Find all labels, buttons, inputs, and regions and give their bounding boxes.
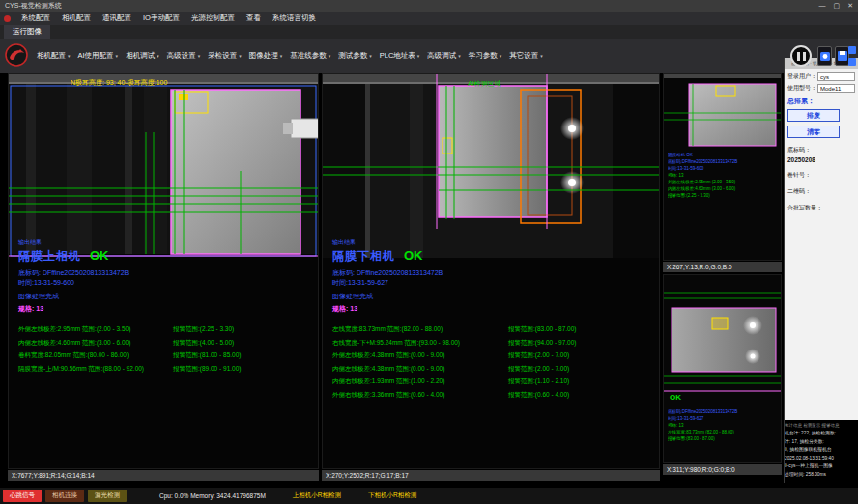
tool-learning-params[interactable]: 学习参数▾	[465, 48, 506, 64]
tool-camera-config[interactable]: 相机配置▾	[33, 48, 74, 64]
spec-text: 规格: 13	[332, 304, 653, 314]
save-icon	[837, 49, 848, 63]
statistics-line: 0, 抽检图像联机报机台	[785, 446, 858, 455]
statistics-panel: 统计信息 检测显示 报警信息 机台计: 222, 抽检检测数: 计: 17, 抽…	[785, 423, 858, 481]
alarm-range-text: 报警范围:(94.00 - 97.00)	[508, 336, 576, 350]
model-field[interactable]: Mode11	[817, 84, 855, 93]
status-ok-badge: OK	[404, 248, 423, 263]
menu-light-control-config[interactable]: 光源控制配置	[186, 14, 241, 23]
pause-icon	[797, 52, 800, 61]
minimize-button[interactable]: —	[819, 2, 826, 10]
menu-camera-config[interactable]: 相机配置	[56, 14, 97, 23]
alarm-range-text: 报警范围:(2.00 - 7.00)	[508, 362, 569, 376]
small-view-line: 规格: 13	[668, 422, 779, 429]
tool-advanced-settings[interactable]: 高级设置▾	[163, 48, 205, 64]
login-user-field[interactable]: cys	[817, 72, 855, 81]
left-pixel-coordinate-bar: X:7677;Y:891;R:14;G:14;B:14	[8, 470, 319, 481]
menu-comm-config[interactable]: 通讯配置	[97, 14, 137, 23]
heartbeat-indicator-button[interactable]: 心跳信号	[3, 490, 42, 502]
measurement-row: 内侧左线极差:4.38mm 范围:(0.00 - 9.00)报警范围:(2.00…	[332, 362, 653, 376]
chevron-down-icon: ▾	[280, 53, 283, 59]
tool-test-params[interactable]: 测试参数▾	[334, 48, 376, 64]
tool-other-settings[interactable]: 其它设置▾	[505, 48, 547, 64]
alarm-range-text: 报警范围:(89.00 - 91.00)	[173, 362, 241, 376]
tab-run-image[interactable]: 运行图像	[4, 25, 50, 39]
alarm-range-text: 报警范围:(2.00 - 7.00)	[508, 349, 569, 362]
clear-button[interactable]: 清零	[787, 126, 840, 138]
alarm-range-text: 报警范围:(4.00 - 5.00)	[173, 336, 234, 350]
measurement-row: 卷料宽度:82.05mm 范围:(80.00 - 86.00)报警范围:(81.…	[18, 349, 312, 362]
light-leak-indicator[interactable]: 漏光检测	[88, 490, 127, 502]
measurement-text: 内侧左线极差:4.38mm 范围:(0.00 - 9.00)	[332, 362, 508, 376]
camera-label: 隔膜上相机	[18, 248, 81, 265]
barcode-text: 底标码: DFffine2025020813313472B	[18, 268, 312, 278]
menu-language-switch[interactable]: 系统语言切换	[267, 14, 322, 23]
barcode-text: 底标码: DFffine2025020813313472B	[332, 268, 653, 278]
small-view-line: 外侧左线极差:2.95mm (2.00 - 3.50)	[668, 179, 779, 185]
statusbar: 心跳信号 相机连接 漏光检测 Cpu: 0.0% Memory: 3424.41…	[0, 488, 858, 504]
measurement-text: 隔膜宽度-上/M:90.56mm 范围:(88.00 - 92.00)	[18, 362, 173, 376]
small-bottom-pixel-coordinate-bar: X:311;Y:980;R:0;G:0;B:0	[663, 464, 782, 475]
tool-plc-address-table[interactable]: PLC地址表▾	[376, 48, 424, 64]
small-view-text-lines: 底标码:DFffine2025020813313472B 时间:13-31-59…	[668, 408, 779, 442]
chevron-down-icon: ▾	[68, 53, 71, 59]
status-ok-badge: OK	[670, 393, 681, 402]
tool-image-processing[interactable]: 图像处理▾	[245, 48, 287, 64]
small-camera-view-bottom[interactable]: OK 底标码:DFffine2025020813313472B 时间:13-31…	[663, 274, 782, 463]
left-result-block: 输出结果 隔膜上相机 OK 底标码: DFffine20250208133134…	[18, 238, 312, 375]
chevron-down-icon: ▾	[500, 53, 502, 59]
reject-button[interactable]: 排废	[787, 109, 840, 122]
small-camera-view-top[interactable]: 隔膜相机 OK 底标码:DFffine2025020813313472B 时间:…	[663, 73, 782, 261]
panel-toggle-icon-top[interactable]	[848, 46, 856, 54]
pause-icon	[803, 52, 806, 61]
small-view-line: 时间:13-31-59-627	[668, 415, 779, 422]
image-save-icon-button[interactable]	[835, 46, 849, 66]
left-camera-view[interactable]: N极耳高度: 93; 40-极耳高度:100 输出结果 隔膜上相机 OK 底标码…	[8, 73, 319, 469]
barcode-value: 20250208	[787, 156, 855, 163]
small-view-line: 隔膜相机 OK	[668, 152, 779, 158]
panel-toggle-icon-bottom[interactable]	[848, 58, 856, 66]
statistics-line: 计: 17, 抽检分类数:	[785, 438, 858, 447]
alarm-range-text: 报警范围:(1.10 - 2.10)	[508, 375, 569, 388]
alarm-range-text: 报警范围:(2.25 - 3.30)	[173, 322, 234, 336]
menu-system-config[interactable]: 系统配置	[15, 14, 56, 23]
measurement-row: 左线宽度:83.73mm 范围:(82.00 - 88.00)报警范围:(83.…	[332, 322, 653, 336]
menu-view[interactable]: 查看	[241, 14, 267, 23]
small-view-line: 报警范围:(2.25 - 3.30)	[668, 192, 779, 199]
tool-camera-debug[interactable]: 相机调试▾	[122, 48, 163, 64]
small-top-pixel-coordinate-bar: X:267;Y:13;R:0;G:0;B:0	[663, 262, 782, 272]
camera-label: 隔膜下相机	[332, 248, 395, 265]
measurement-row: 内侧左线极差:4.60mm 范围:(3.00 - 6.00)报警范围:(4.00…	[18, 336, 312, 350]
measurement-text: 内侧左线极差:4.60mm 范围:(3.00 - 6.00)	[18, 336, 173, 350]
toolbar-buttons: 相机配置▾ AI使用配置▾ 相机调试▾ 高级设置▾ 采检设置▾ 图像处理▾ 基准…	[33, 39, 547, 73]
menubar: 系统配置 相机配置 通讯配置 IO手动配置 光源控制配置 查看 系统语言切换	[0, 12, 858, 25]
measurement-row: 外侧右线极差:3.36mm 范围:(0.60 - 4.00)报警范围:(0.60…	[332, 388, 653, 402]
tool-ai-config[interactable]: AI使用配置▾	[74, 48, 123, 64]
tool-baseline-params[interactable]: 基准线参数▾	[286, 48, 334, 64]
tool-advanced-debug[interactable]: 高级调试▾	[423, 48, 465, 64]
batch-count-label: 合批写数量：	[787, 204, 855, 212]
info-panel: 登录用户： cys 使用型号： Mode11 总排累： 排废 清零 底标码： 2…	[785, 69, 858, 420]
right-camera-view[interactable]: AI检测区域 输出结果 隔膜下相机 OK 底标码: DFffine2025020…	[322, 73, 660, 469]
bottom-camera-mode-label: 下相机小R相检测	[368, 491, 416, 500]
app-logo-icon	[4, 42, 29, 71]
camera-capture-icon-button[interactable]	[817, 46, 832, 66]
right-result-block: 输出结果 隔膜下相机 OK 底标码: DFffine20250208133134…	[332, 238, 653, 401]
right-pixel-coordinate-bar: X:270;Y:2502;R:17;G:17;B:17	[322, 470, 660, 481]
measurement-text: 右线宽度-下+M:95.24mm 范围:(93.00 - 98.00)	[332, 336, 508, 350]
qr-code-label: 二维码：	[787, 187, 855, 196]
camera-link-indicator[interactable]: 相机连接	[45, 490, 84, 502]
winding-pin-label: 卷针号：	[787, 171, 855, 180]
measurement-row: 右线宽度-下+M:95.24mm 范围:(93.00 - 98.00)报警范围:…	[332, 336, 653, 350]
maximize-button[interactable]: ▢	[834, 2, 841, 10]
tool-capture-settings[interactable]: 采检设置▾	[204, 48, 245, 64]
window-title: CYS-视觉检测系统	[5, 1, 62, 11]
chevron-down-icon: ▾	[369, 53, 372, 59]
app-mini-logo-icon	[4, 15, 11, 22]
pause-button[interactable]	[790, 45, 812, 67]
close-button[interactable]: ✕	[847, 2, 853, 10]
measurement-text: 外侧右线极差:3.36mm 范围:(0.60 - 4.00)	[332, 388, 508, 402]
statistics-line: 0-cys一种上报机一图像	[785, 462, 858, 471]
menu-io-manual-config[interactable]: IO手动配置	[137, 14, 186, 23]
tab-height-overlay-text: N极耳高度: 93; 40-极耳高度:100	[71, 78, 167, 88]
